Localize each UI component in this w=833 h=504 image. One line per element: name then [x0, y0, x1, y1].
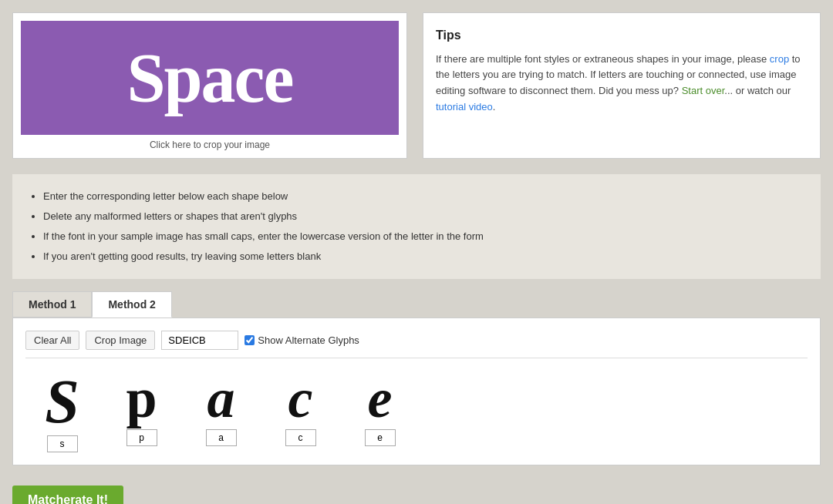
- matcherate-button[interactable]: Matcherate It!: [12, 486, 123, 504]
- start-over-link[interactable]: Start over: [682, 85, 725, 96]
- glyphs-row: Space: [25, 371, 808, 452]
- instruction-item: If you aren't getting good results, try …: [43, 247, 805, 267]
- bottom-section: Matcherate It! 6 shapes detected and 4 g…: [12, 478, 821, 504]
- font-id-input[interactable]: [161, 331, 238, 350]
- image-box: Space Click here to crop your image: [12, 12, 407, 159]
- clear-all-button[interactable]: Clear All: [25, 331, 79, 350]
- instruction-item: Enter the corresponding letter below eac…: [43, 186, 805, 207]
- glyph-item: c: [264, 371, 337, 452]
- glyph-char: a: [184, 371, 258, 426]
- tips-text: If there are multiple font styles or ext…: [436, 52, 808, 116]
- instruction-item: Delete any malformed letters or shapes t…: [43, 207, 805, 227]
- tips-heading: Tips: [436, 25, 808, 45]
- glyph-input[interactable]: [365, 429, 396, 446]
- top-section: Space Click here to crop your image Tips…: [12, 12, 821, 159]
- tutorial-video-link[interactable]: tutorial video: [436, 101, 493, 113]
- glyph-input[interactable]: [206, 429, 237, 446]
- glyph-char: e: [343, 371, 416, 426]
- glyph-char: p: [105, 371, 178, 426]
- tips-box: Tips If there are multiple font styles o…: [423, 12, 821, 159]
- show-alternate-glyphs-label[interactable]: Show Alternate Glyphs: [245, 334, 359, 346]
- crop-hint: Click here to crop your image: [21, 139, 399, 150]
- page-wrapper: Space Click here to crop your image Tips…: [0, 0, 833, 504]
- glyph-item: S: [25, 371, 99, 452]
- glyph-char: S: [25, 371, 99, 432]
- show-alternate-glyphs-text: Show Alternate Glyphs: [258, 334, 359, 346]
- sample-image-text: Space: [127, 39, 293, 118]
- tips-text3: ... or watch our: [724, 85, 791, 96]
- tabs-container: Method 1 Method 2: [12, 291, 821, 318]
- method-panel: Clear All Crop Image Show Alternate Glyp…: [12, 318, 821, 465]
- sample-image[interactable]: Space: [21, 21, 399, 135]
- instruction-item: If the font in your sample image has sma…: [43, 227, 805, 247]
- tab-method1[interactable]: Method 1: [12, 291, 92, 318]
- glyph-item: p: [105, 371, 178, 452]
- crop-link[interactable]: crop: [770, 53, 789, 65]
- glyph-input[interactable]: [47, 435, 78, 452]
- glyph-input[interactable]: [126, 429, 157, 446]
- tips-text1: If there are multiple font styles or ext…: [436, 53, 770, 65]
- glyph-char: c: [264, 371, 337, 426]
- glyph-item: a: [184, 371, 258, 452]
- show-alternate-glyphs-checkbox[interactable]: [245, 335, 255, 345]
- glyph-item: e: [343, 371, 416, 452]
- instructions-list: Enter the corresponding letter below eac…: [28, 186, 805, 267]
- tab-method2[interactable]: Method 2: [92, 291, 171, 318]
- glyph-input[interactable]: [285, 429, 316, 446]
- instructions-section: Enter the corresponding letter below eac…: [12, 174, 821, 279]
- tips-text4: .: [493, 101, 496, 113]
- toolbar: Clear All Crop Image Show Alternate Glyp…: [25, 331, 808, 358]
- crop-image-button[interactable]: Crop Image: [86, 331, 155, 350]
